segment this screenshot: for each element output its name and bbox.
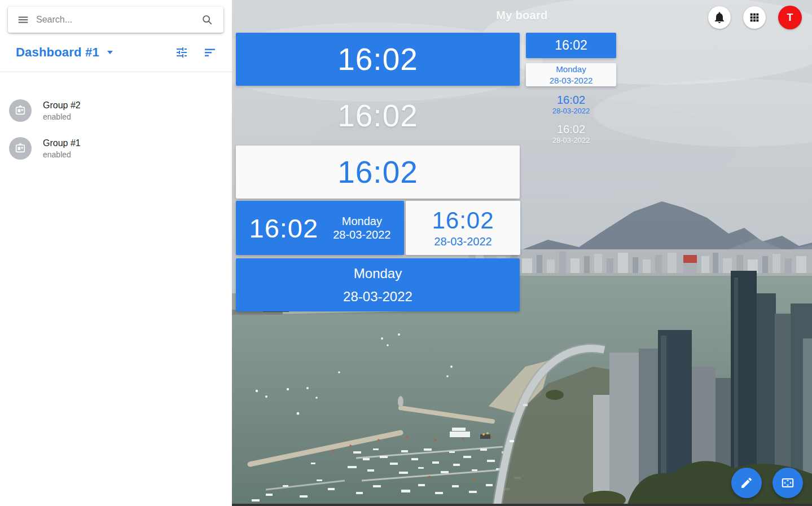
widget-clock-overlay-white[interactable]: 16:02 28-03-2022 — [526, 121, 616, 146]
sort-button[interactable] — [200, 42, 220, 63]
widget-date-banner-blue[interactable]: Monday 28-03-2022 — [236, 258, 520, 311]
time-text: 16:02 — [337, 98, 418, 134]
group-list: Group #2 enabled Group #1 enabled — [0, 72, 232, 164]
bell-icon — [713, 11, 726, 24]
search-input[interactable] — [33, 15, 197, 25]
widget-clock-light[interactable]: 16:02 28-03-2022 — [406, 201, 520, 255]
date-text: 28-03-2022 — [552, 107, 590, 116]
chevron-down-icon — [107, 51, 113, 54]
group-list-item[interactable]: Group #1 enabled — [0, 133, 232, 164]
sort-icon — [203, 46, 217, 59]
header-actions: T — [708, 6, 802, 29]
widget-time-banner-light[interactable]: 16:02 — [236, 146, 520, 199]
overscan-fullscreen-icon — [780, 476, 795, 490]
date-text: 28-03-2022 — [343, 289, 412, 305]
group-avatar — [9, 99, 32, 122]
widget-clock-overlay-blue[interactable]: 16:02 28-03-2022 — [526, 92, 616, 117]
widget-clock-blue[interactable]: 16:02 Monday 28-03-2022 — [236, 201, 404, 255]
avatar-initial: T — [787, 12, 793, 24]
time-text: 16:02 — [249, 213, 319, 244]
group-name: Group #1 — [43, 138, 81, 148]
group-avatar — [9, 137, 32, 160]
dashboard-header: Dashboard #1 — [0, 33, 232, 72]
time-text: 16:02 — [432, 208, 494, 233]
sidebar: Dashboard #1 Group #2 enabled — [0, 0, 232, 506]
time-text: 16:02 — [557, 122, 585, 136]
pencil-icon — [740, 476, 753, 490]
widget-date-small-light[interactable]: Monday 28-03-2022 — [526, 63, 616, 86]
fab-group — [731, 468, 803, 498]
search-button[interactable] — [197, 10, 217, 29]
dashboard-selector[interactable]: Dashboard #1 — [16, 45, 113, 60]
group-name: Group #2 — [43, 100, 81, 111]
widget-time-small-blue[interactable]: 16:02 — [526, 33, 616, 58]
search-icon — [201, 14, 213, 26]
fullscreen-fab-button[interactable] — [773, 468, 803, 498]
date-text: 28-03-2022 — [550, 75, 593, 86]
time-text: 16:02 — [557, 93, 585, 107]
tune-filter-button[interactable] — [172, 42, 192, 63]
app-root: Dashboard #1 Group #2 enabled — [0, 0, 812, 506]
time-text: 16:02 — [337, 154, 418, 190]
notifications-button[interactable] — [708, 6, 731, 29]
apps-grid-button[interactable] — [743, 6, 766, 29]
group-status: enabled — [43, 150, 81, 159]
board-area: My board T 16:02 16:02 16:02 16:02 Monda… — [232, 0, 812, 506]
edit-fab-button[interactable] — [731, 468, 762, 498]
board-frame-icon — [14, 104, 27, 117]
widget-time-overlay[interactable]: 16:02 — [236, 89, 520, 143]
board-frame-icon — [14, 142, 27, 155]
date-text: 28-03-2022 — [333, 228, 390, 241]
time-text: 16:02 — [555, 38, 587, 53]
tune-icon — [175, 46, 188, 59]
user-avatar-button[interactable]: T — [778, 6, 802, 29]
date-text: 28-03-2022 — [552, 136, 590, 145]
widget-time-banner-blue[interactable]: 16:02 — [236, 33, 520, 86]
group-list-item[interactable]: Group #2 enabled — [0, 95, 232, 126]
day-text: Monday — [342, 214, 382, 228]
group-status: enabled — [43, 112, 81, 121]
date-text: 28-03-2022 — [434, 235, 491, 248]
dashboard-title: Dashboard #1 — [16, 45, 99, 60]
day-text: Monday — [354, 266, 402, 281]
time-text: 16:02 — [337, 41, 418, 77]
apps-grid-icon — [748, 11, 761, 24]
dashboard-actions — [172, 42, 220, 63]
day-text: Monday — [556, 64, 586, 75]
menu-icon — [17, 14, 29, 26]
hamburger-menu-icon[interactable] — [14, 10, 33, 29]
search-bar[interactable] — [8, 7, 223, 33]
